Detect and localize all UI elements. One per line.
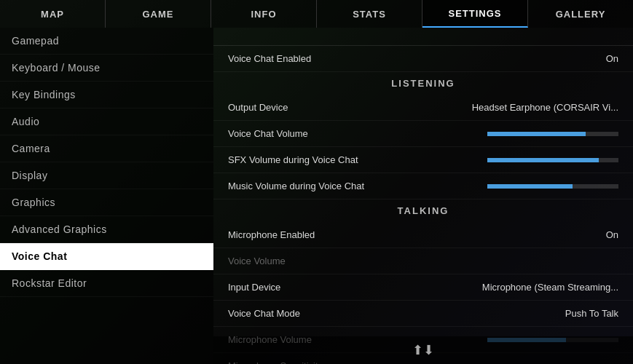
settings-row[interactable]: Music Volume during Voice Chat (213, 173, 633, 199)
sidebar-item-display[interactable]: Display (0, 162, 213, 189)
section-header-talking: TALKING (213, 199, 633, 222)
setting-label: Voice Chat Mode (228, 308, 300, 319)
sidebar-item-key-bindings[interactable]: Key Bindings (0, 82, 213, 108)
sidebar-item-gamepad[interactable]: Gamepad (0, 28, 213, 55)
setting-value: Headset Earphone (CORSAIR Vi... (472, 102, 618, 113)
nav-tab-game[interactable]: GAME (106, 0, 211, 28)
progress-bar[interactable] (487, 184, 618, 189)
sidebar-item-camera[interactable]: Camera (0, 135, 213, 162)
nav-tab-map[interactable]: MAP (0, 0, 106, 28)
scroll-indicator: ⬆⬇ (412, 342, 434, 358)
setting-label: SFX Volume during Voice Chat (228, 154, 358, 165)
sidebar: GamepadKeyboard / MouseKey BindingsAudio… (0, 28, 213, 364)
setting-label: Voice Volume (228, 256, 286, 266)
settings-row[interactable]: Voice Chat Volume (213, 121, 633, 147)
setting-label: Output Device (228, 102, 288, 113)
progress-bar[interactable] (487, 132, 618, 136)
settings-row[interactable]: Voice Volume (213, 248, 633, 274)
section-header-listening: LISTENING (213, 72, 633, 95)
settings-row[interactable]: Voice Chat ModePush To Talk (213, 301, 633, 327)
sidebar-item-rockstar-editor[interactable]: Rockstar Editor (0, 270, 213, 297)
setting-label: Music Volume during Voice Chat (228, 181, 364, 191)
notice-bar (213, 28, 633, 46)
progress-bar[interactable] (487, 158, 618, 162)
sidebar-item-voice-chat[interactable]: Voice Chat (0, 243, 213, 270)
setting-value: On (606, 53, 618, 64)
settings-row[interactable]: Input DeviceMicrophone (Steam Streaming.… (213, 274, 633, 301)
settings-row[interactable]: SFX Volume during Voice Chat (213, 147, 633, 173)
sidebar-item-keyboard-/-mouse[interactable]: Keyboard / Mouse (0, 55, 213, 82)
setting-value: On (606, 229, 618, 240)
bottom-bar: ⬆⬇ (213, 336, 633, 364)
settings-row[interactable]: Output DeviceHeadset Earphone (CORSAIR V… (213, 95, 633, 121)
nav-tab-info[interactable]: INFO (211, 0, 317, 28)
sidebar-item-audio[interactable]: Audio (0, 108, 213, 135)
nav-tab-settings[interactable]: SETTINGS (422, 0, 528, 28)
nav-tab-gallery[interactable]: GALLERY (528, 0, 633, 28)
sidebar-item-graphics[interactable]: Graphics (0, 189, 213, 216)
setting-label: Input Device (228, 282, 280, 293)
progress-bar-fill (487, 184, 573, 189)
top-nav: MAPGAMEINFOSTATSSETTINGSGALLERY (0, 0, 633, 28)
progress-bar-fill (487, 132, 586, 136)
sidebar-item-advanced-graphics[interactable]: Advanced Graphics (0, 216, 213, 243)
setting-label: Voice Chat Volume (228, 128, 308, 139)
setting-label: Voice Chat Enabled (228, 53, 311, 64)
progress-bar-fill (487, 158, 599, 162)
setting-value: Push To Talk (565, 308, 618, 319)
settings-row[interactable]: Voice Chat EnabledOn (213, 46, 633, 72)
settings-list[interactable]: Voice Chat EnabledOnLISTENINGOutput Devi… (213, 46, 633, 364)
main-content: Voice Chat EnabledOnLISTENINGOutput Devi… (213, 28, 633, 364)
setting-label: Microphone Enabled (228, 229, 315, 240)
settings-row[interactable]: Microphone EnabledOn (213, 222, 633, 248)
setting-value: Microphone (Steam Streaming... (482, 282, 618, 293)
nav-tab-stats[interactable]: STATS (317, 0, 422, 28)
